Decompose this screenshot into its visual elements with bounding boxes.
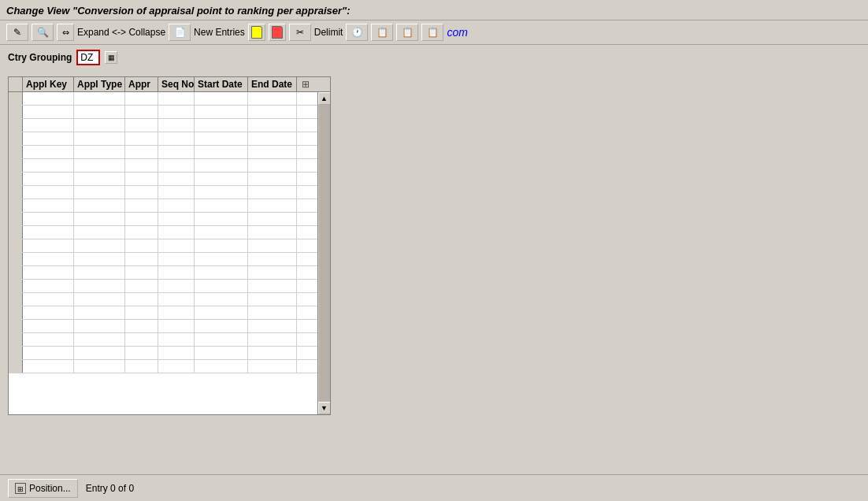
copy-icon3: 📋	[425, 24, 440, 40]
table-row	[9, 293, 330, 306]
col-header-appl-type: Appl Type	[74, 77, 125, 91]
table-row	[9, 266, 330, 280]
table-row	[9, 320, 330, 333]
com-label: com	[447, 26, 467, 39]
table-row	[9, 119, 330, 132]
table-header: Appl Key Appl Type Appr Seq No Start Dat…	[9, 77, 330, 92]
search-icon: 🔍	[35, 24, 50, 40]
search-button[interactable]: 🔍	[32, 24, 54, 41]
col-header-appl-key: Appl Key	[23, 77, 74, 91]
table-row	[9, 159, 330, 173]
red-doc-icon	[272, 26, 283, 39]
table-row	[9, 173, 330, 186]
scroll-track	[319, 105, 330, 402]
page-title: Change View "Conversion of appraisal poi…	[6, 5, 351, 17]
clock-button[interactable]: 🕐	[346, 24, 368, 41]
main-window: Change View "Conversion of appraisal poi…	[0, 0, 868, 501]
filter-label: Ctry Grouping	[8, 52, 72, 63]
expand-collapse-button[interactable]: ⇔	[57, 24, 74, 41]
table-row	[9, 199, 330, 213]
data-table: Appl Key Appl Type Appr Seq No Start Dat…	[8, 76, 331, 415]
filter-row: Ctry Grouping ▦	[0, 45, 868, 70]
vertical-scrollbar[interactable]: ▲ ▼	[317, 92, 330, 414]
table-row	[9, 132, 330, 146]
yellow-doc-button[interactable]	[248, 24, 265, 41]
col-header-end-date: End Date	[248, 77, 297, 91]
new-entries-label[interactable]: New Entries	[194, 27, 245, 38]
red-doc-button[interactable]	[269, 24, 286, 41]
position-icon: ⊞	[15, 483, 26, 494]
copy-button2[interactable]: 📋	[396, 24, 418, 41]
clock-icon: 🕐	[349, 24, 365, 40]
table-row	[9, 186, 330, 199]
table-row	[9, 106, 330, 119]
main-content: Appl Key Appl Type Appr Seq No Start Dat…	[0, 70, 868, 474]
col-header-appr: Appr	[125, 77, 158, 91]
col-header-seq-no: Seq No	[158, 77, 195, 91]
table-row	[9, 226, 330, 239]
pencil-icon: ✎	[9, 24, 25, 40]
filter-search-icon: ▦	[108, 54, 115, 61]
table-row	[9, 280, 330, 293]
table-body	[9, 92, 330, 414]
scissors-icon: ✂	[292, 24, 308, 40]
expand-collapse-icon: ⇔	[62, 28, 69, 38]
copy-button3[interactable]: 📋	[421, 24, 443, 41]
position-button[interactable]: ⊞ Position...	[8, 479, 78, 498]
row-num-header	[9, 77, 23, 91]
new-entries-button[interactable]: 📄	[169, 24, 191, 41]
yellow-doc-icon	[251, 26, 262, 39]
column-settings-button[interactable]: ⊞	[297, 77, 314, 91]
new-entries-icon: 📄	[172, 24, 187, 40]
col-header-start-date: Start Date	[195, 77, 248, 91]
table-row	[9, 213, 330, 226]
table-row	[9, 92, 330, 106]
position-label: Position...	[29, 483, 71, 494]
scroll-up-button[interactable]: ▲	[318, 92, 331, 105]
scroll-down-button[interactable]: ▼	[318, 402, 331, 414]
toolbar: ✎ 🔍 ⇔ Expand <-> Collapse 📄 New Entries …	[0, 20, 868, 45]
filter-search-button[interactable]: ▦	[105, 51, 117, 64]
delimit-button[interactable]: ✂	[289, 24, 311, 41]
delimit-label[interactable]: Delimit	[314, 27, 343, 38]
table-row	[9, 306, 330, 320]
pencil-button[interactable]: ✎	[6, 24, 28, 41]
copy-icon2: 📋	[399, 24, 415, 40]
column-settings-icon: ⊞	[302, 79, 310, 90]
table-row	[9, 347, 330, 360]
expand-collapse-label[interactable]: Expand <-> Collapse	[77, 27, 165, 38]
entry-count: Entry 0 of 0	[86, 483, 134, 494]
title-bar: Change View "Conversion of appraisal poi…	[0, 0, 868, 20]
table-row	[9, 333, 330, 347]
ctry-grouping-input[interactable]	[76, 50, 100, 65]
table-row	[9, 146, 330, 159]
copy-icon1: 📋	[374, 24, 390, 40]
copy-button1[interactable]: 📋	[371, 24, 393, 41]
table-row	[9, 253, 330, 266]
table-row	[9, 239, 330, 253]
table-row	[9, 360, 330, 373]
status-bar: ⊞ Position... Entry 0 of 0	[0, 474, 868, 501]
